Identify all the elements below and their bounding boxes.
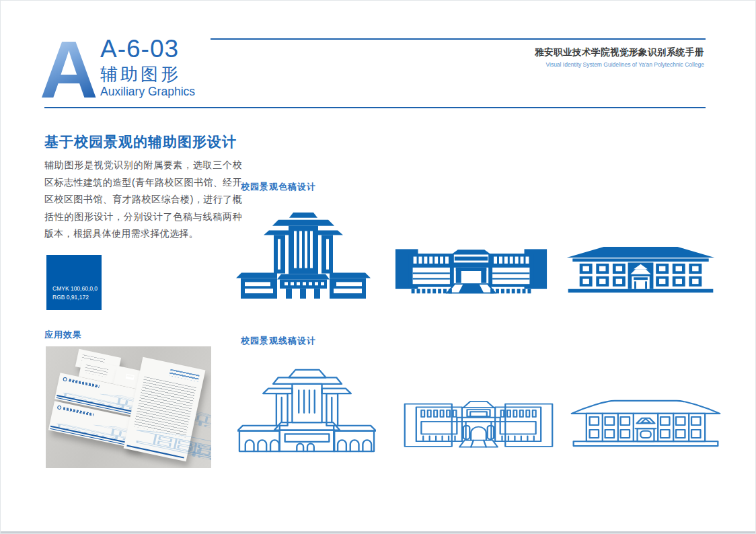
intro-paragraph: 辅助图形是视觉识别的附属要素，选取三个校区标志性建筑的造型(青年路校区图书馆、经… <box>44 157 242 243</box>
header-rule-top <box>211 38 706 40</box>
building-qingnianlu-library-color-illustration <box>236 211 371 299</box>
page-bottom-edge <box>1 531 755 533</box>
label-color-draft-design: 校园景观色稿设计 <box>241 181 316 193</box>
building-yucai-complex-line-illustration <box>568 396 723 451</box>
manual-title-en: Visual Identity System Guidelines of Ya'… <box>535 61 704 68</box>
section-title-en: Auxiliary Graphics <box>100 85 195 98</box>
logo-glyph <box>126 374 135 380</box>
section-header: A-6-03 辅助图形 Auxiliary Graphics <box>100 36 195 98</box>
stationery-mockup-photo <box>46 346 211 468</box>
chapter-letter-mark: A <box>40 29 98 110</box>
page-code: A-6-03 <box>100 36 195 63</box>
building-jingkai-library-line-illustration <box>402 399 555 451</box>
swatch-cmyk-value: CMYK 100,60,0,0 <box>52 284 98 293</box>
primary-color-swatch: CMYK 100,60,0,0 RGB 0,91,172 <box>46 255 102 310</box>
manual-title-cn: 雅安职业技术学院视觉形象识别系统手册 <box>535 46 704 59</box>
header-rule-main <box>44 107 706 108</box>
manual-title-block: 雅安职业技术学院视觉形象识别系统手册 Visual Identity Syste… <box>535 46 704 68</box>
letterhead-logo <box>169 369 200 382</box>
building-qingnianlu-library-line-illustration <box>237 368 376 453</box>
section-title-cn: 辅助图形 <box>100 64 195 84</box>
label-line-draft-design: 校园景观线稿设计 <box>241 335 316 347</box>
building-jingkai-library-color-illustration <box>391 246 551 296</box>
building-yucai-complex-color-illustration <box>564 245 717 293</box>
label-application-effect: 应用效果 <box>44 329 82 341</box>
card-text-lines <box>84 365 108 377</box>
swatch-rgb-value: RGB 0,91,172 <box>52 293 98 302</box>
content-heading: 基于校园景观的辅助图形设计 <box>44 132 237 151</box>
manual-page: A A-6-03 辅助图形 Auxiliary Graphics 雅安职业技术学… <box>0 0 756 534</box>
